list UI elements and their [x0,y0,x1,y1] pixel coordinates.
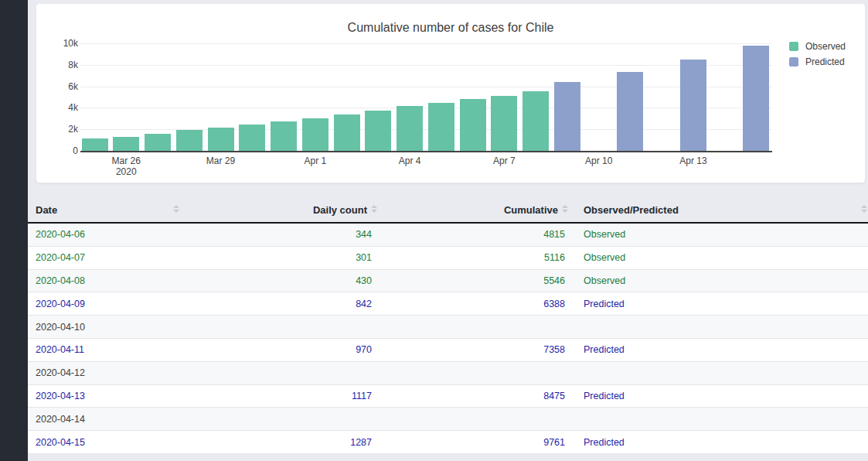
cell-status: Observed [584,224,625,246]
sort-icon[interactable] [861,205,867,213]
sort-down-arrow-icon [173,210,179,213]
y-tick-label: 0 [36,146,78,155]
sort-up-arrow-icon [371,205,377,208]
y-gridline [80,65,772,66]
bar-observed [145,134,171,151]
cell-daily-count: 842 [232,292,372,315]
x-tick-label: Apr 7 [469,155,539,166]
cell-cumulative: 7358 [425,339,565,361]
x-tick-label-line1: Apr 4 [375,155,444,166]
cell-date: 2020-04-14 [36,408,85,430]
cell-status: Predicted [584,339,625,361]
sort-up-arrow-icon [861,205,867,208]
x-tick-label-line1: Mar 29 [186,155,256,166]
x-tick-label: Mar 262020 [91,155,161,177]
x-tick-label: Apr 13 [659,155,728,166]
y-gridline [80,87,772,87]
legend-swatch-icon [789,57,798,67]
cell-daily-count [232,408,372,430]
sort-icon[interactable] [371,205,377,213]
column-header-date[interactable]: Date [36,197,57,222]
cell-cumulative [425,408,565,430]
cell-date: 2020-04-10 [36,316,85,338]
x-tick-label: Apr 10 [564,155,634,166]
chart-plot: 02k4k6k8k10kMar 262020Mar 29Apr 1Apr 4Ap… [36,4,865,183]
legend-label: Predicted [805,56,845,67]
table-row: 2020-04-1512879761Predicted [28,431,868,454]
cell-date: 2020-04-08 [36,270,85,292]
cell-date: 2020-04-07 [36,247,85,269]
sort-down-arrow-icon [562,210,568,213]
y-tick-label: 2k [36,125,78,134]
cell-daily-count: 344 [232,224,372,246]
cell-daily-count [232,362,372,384]
y-gridline [80,43,772,44]
bar-observed [176,130,203,151]
x-tick-label: Apr 4 [375,155,444,166]
sort-icon[interactable] [562,205,568,213]
table-row: 2020-04-098426388Predicted [28,292,868,316]
cell-date: 2020-04-06 [36,224,85,246]
table-body: 2020-04-063444815Observed2020-04-0730151… [28,224,868,454]
cell-status: Observed [584,270,625,292]
x-tick-label-line1: Apr 1 [281,155,350,166]
chart-legend: ObservedPredicted [789,41,846,72]
cell-daily-count: 1287 [232,431,372,453]
cell-cumulative: 4815 [425,224,565,246]
data-table: DateDaily countCumulativeObserved/Predic… [28,197,868,454]
cell-date: 2020-04-15 [36,431,85,453]
chart-card: Cumulative number of cases for Chile 02k… [36,3,866,183]
cell-status: Observed [584,247,625,269]
x-tick-label: Apr 1 [281,155,350,166]
x-tick-label-line2: 2020 [91,166,161,177]
bar-observed [428,103,454,151]
sort-up-arrow-icon [562,205,568,208]
y-gridline [80,108,772,108]
cell-cumulative: 5546 [425,270,565,292]
legend-item-predicted[interactable]: Predicted [789,56,846,67]
cell-date: 2020-04-12 [36,362,85,384]
column-header-status[interactable]: Observed/Predicted [584,197,679,222]
cell-daily-count: 430 [232,270,372,292]
y-tick-label: 4k [36,103,78,112]
bar-predicted [680,60,706,151]
legend-label: Observed [805,41,846,52]
cell-cumulative: 9761 [425,431,565,453]
sort-up-arrow-icon [173,205,179,208]
sort-icon[interactable] [173,205,179,213]
cell-cumulative: 8475 [425,385,565,408]
cell-date: 2020-04-11 [36,339,84,361]
cell-cumulative [425,362,565,384]
bar-observed [397,106,423,151]
column-header-daily-count[interactable]: Daily count [227,197,367,222]
bar-predicted [554,82,580,151]
bar-observed [82,138,108,151]
cell-cumulative: 6388 [425,292,565,315]
x-tick-label-line1: Apr 10 [564,155,634,166]
table-row: 2020-04-073015116Observed [28,247,868,270]
y-tick-label: 6k [36,82,78,91]
table-row: 2020-04-14 [28,408,868,431]
cell-cumulative [425,316,565,338]
y-tick-label: 8k [36,60,78,70]
column-header-cumulative[interactable]: Cumulative [418,197,558,222]
bar-predicted [617,72,643,151]
cell-status: Predicted [584,385,625,408]
cell-date: 2020-04-09 [36,292,85,315]
bar-observed [460,99,486,151]
cell-daily-count [232,316,372,338]
cell-daily-count: 301 [232,247,372,269]
table-row: 2020-04-084305546Observed [28,270,868,293]
x-tick-label: Mar 29 [186,155,256,166]
legend-item-observed[interactable]: Observed [789,41,846,52]
x-tick-label-line1: Apr 7 [469,155,539,166]
y-tick-label: 10k [36,39,78,48]
table-header: DateDaily countCumulativeObserved/Predic… [28,197,868,222]
bar-observed [239,125,265,151]
x-tick-label-line1: Mar 26 [91,155,161,166]
bar-observed [365,111,391,151]
table-row: 2020-04-12 [28,362,868,385]
table-row: 2020-04-10 [28,316,868,339]
bar-observed [523,91,549,151]
sort-down-arrow-icon [861,210,867,213]
